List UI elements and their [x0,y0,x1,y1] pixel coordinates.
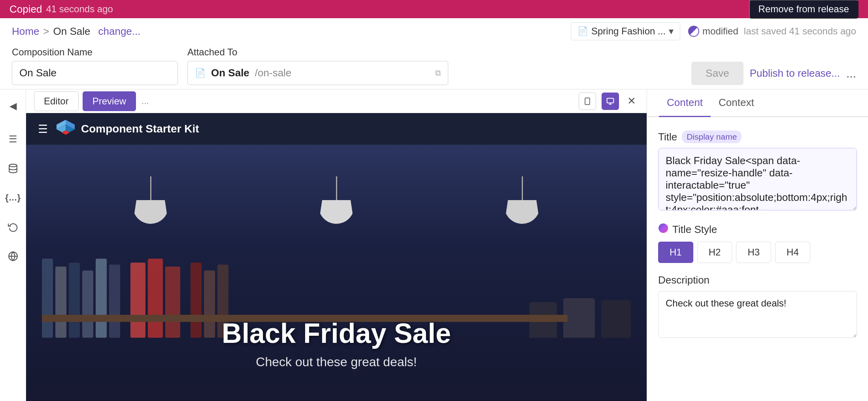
svg-rect-3 [585,98,590,104]
more-options-button[interactable]: ... [846,67,856,80]
title-style-label-text: Title Style [672,223,717,236]
close-preview-button[interactable]: ✕ [625,94,639,108]
tab-content[interactable]: Content [659,89,711,117]
preview-hamburger-icon: ☰ [38,123,48,136]
lamp-2 [319,176,354,224]
preview-subtitle: Check out these great deals! [26,355,647,369]
description-label: Description [658,274,857,286]
preview-frame: ☰ Component Starter Kit [26,113,647,401]
attached-to-field: Attached To 📄 On Sale /on-sale ⧉ [187,47,448,85]
sidebar-item-menu[interactable]: ☰ [4,131,22,148]
chevron-down-icon: ▾ [669,26,674,37]
modified-time: last saved 41 seconds ago [744,26,856,37]
attached-doc-icon: 📄 [195,68,206,78]
modified-text: modified [702,26,738,37]
logo-icon [56,119,75,139]
preview-area: ☰ Component Starter Kit [26,113,647,401]
description-section: Description Check out these great deals! [658,274,857,339]
publish-button[interactable]: Publish to release... [750,67,840,79]
title-label: Title [658,131,677,143]
composition-name-label: Composition Name [12,47,178,58]
heading-h4-button[interactable]: H4 [775,242,810,263]
title-section: Title Display name Black Friday Sale<spa… [658,131,857,212]
copied-status: Copied 41 seconds ago [9,3,113,15]
header: Home > On Sale change... 📄 Spring Fashio… [0,18,868,89]
tab-editor[interactable]: Editor [34,91,79,111]
modified-status: modified last saved 41 seconds ago [688,26,856,37]
sidebar-item-history[interactable] [4,218,22,236]
breadcrumb: Home > On Sale change... [12,25,140,38]
release-icon: 📄 [577,26,588,36]
sidebar: ◀ ☰ {…} [0,89,26,401]
breadcrumb-home[interactable]: Home [12,25,39,38]
attached-to-input: 📄 On Sale /on-sale ⧉ [187,61,448,85]
modified-icon [688,26,699,37]
mobile-view-button[interactable] [579,93,596,110]
right-panel-content: Title Display name Black Friday Sale<spa… [647,117,868,401]
toolbar-more-button[interactable]: ... [142,96,149,106]
top-spacer [658,127,857,131]
main-layout: ◀ ☰ {…} Editor Preview ... [0,89,868,401]
preview-logo: Component Starter Kit [56,119,199,139]
heading-h1-button[interactable]: H1 [658,242,693,263]
breadcrumb-separator: > [43,25,49,38]
preview-brand-name: Component Starter Kit [81,123,199,135]
copied-time: 41 seconds ago [46,4,113,15]
lamp-3 [504,176,540,224]
attached-to-label: Attached To [187,47,448,58]
editor-toolbar: Editor Preview ... ✕ [26,89,647,113]
title-textarea[interactable]: Black Friday Sale<span data-name="resize… [658,148,857,210]
display-name-badge: Display name [682,131,742,143]
breadcrumb-current: On Sale [53,25,91,38]
tab-preview[interactable]: Preview [83,91,136,111]
title-style-section: Title Style H1 H2 H3 H4 [658,223,857,263]
heading-h2-button[interactable]: H2 [697,242,732,263]
release-name: Spring Fashion ... [591,26,666,37]
composition-name-field: Composition Name [12,47,178,85]
preview-main-title: Black Friday Sale [26,318,647,349]
sidebar-back-button[interactable]: ◀ [4,97,22,115]
composition-name-input[interactable] [12,61,178,85]
sidebar-item-database[interactable] [4,160,22,177]
svg-rect-5 [607,98,614,103]
copy-icon[interactable]: ⧉ [435,68,441,78]
sidebar-item-globe[interactable] [4,248,22,265]
header-actions: Save Publish to release... ... [691,62,856,85]
description-textarea[interactable]: Check out these great deals! [658,291,857,338]
copied-text: Copied [9,3,42,15]
heading-h3-button[interactable]: H3 [736,242,771,263]
breadcrumb-change-link[interactable]: change... [98,25,141,38]
desktop-view-button[interactable] [602,93,619,110]
editor-area: Editor Preview ... ✕ [26,89,647,401]
preview-title-overlay: Black Friday Sale Check out these great … [26,318,647,369]
sidebar-item-variables[interactable]: {…} [4,189,22,206]
svg-point-14 [659,223,668,233]
right-panel: Content Context Title Display name Black… [647,89,868,401]
right-panel-tabs: Content Context [647,89,868,117]
title-style-icon [658,223,668,236]
heading-buttons: H1 H2 H3 H4 [658,242,857,263]
save-button[interactable]: Save [691,62,743,85]
lamp-1 [133,176,168,224]
remove-from-release-button[interactable]: Remove from release [749,0,859,19]
attached-path: /on-sale [255,67,430,79]
attached-name: On Sale [211,67,249,79]
top-bar: Copied 41 seconds ago Remove from releas… [0,0,868,18]
release-selector[interactable]: 📄 Spring Fashion ... ▾ [571,22,680,40]
preview-nav: ☰ Component Starter Kit [26,113,647,145]
tab-context[interactable]: Context [711,89,762,117]
lamps-row [26,176,647,224]
svg-point-0 [9,164,17,167]
